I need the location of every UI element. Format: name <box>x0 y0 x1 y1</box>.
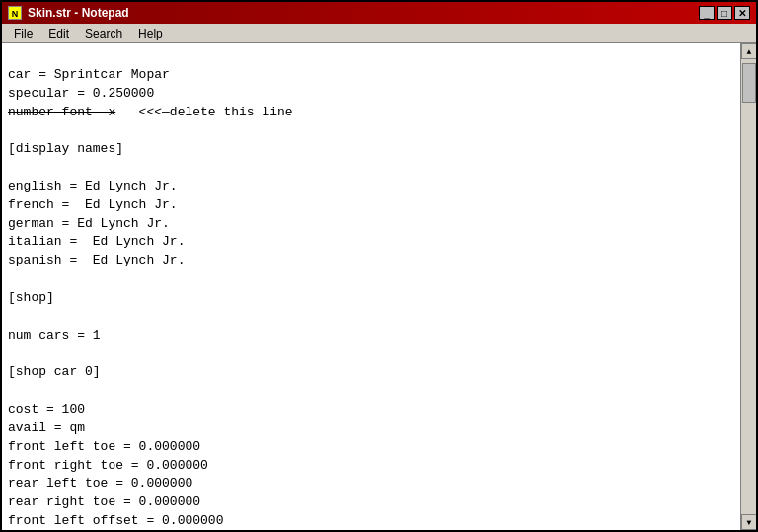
editor-area: car = Sprintcar Mopar specular = 0.25000… <box>2 43 756 530</box>
title-bar-text: N Skin.str - Notepad <box>8 6 129 20</box>
line-2: specular = 0.250000 <box>8 86 154 101</box>
line-17: [shop car 0] <box>8 364 101 379</box>
menu-file[interactable]: File <box>6 26 40 41</box>
close-button[interactable]: ✕ <box>734 6 750 20</box>
line-13: [shop] <box>8 290 54 305</box>
line-22: front right toe = 0.000000 <box>8 458 208 473</box>
maximize-button[interactable]: □ <box>717 6 732 20</box>
app-icon: N <box>8 6 22 20</box>
main-window: N Skin.str - Notepad _ □ ✕ File Edit Sea… <box>0 0 758 532</box>
line-21: front left toe = 0.000000 <box>8 439 200 454</box>
scroll-down-button[interactable]: ▼ <box>741 514 756 530</box>
scrollbar-track[interactable] <box>741 59 756 514</box>
scrollbar-thumb[interactable] <box>742 63 756 103</box>
line-5: [display names] <box>8 141 123 156</box>
line-15: num cars = 1 <box>8 328 101 342</box>
vertical-scrollbar[interactable]: ▲ ▼ <box>740 43 756 530</box>
line-7: english = Ed Lynch Jr. <box>8 179 178 193</box>
line-20: avail = qm <box>8 420 85 435</box>
line-24: rear right toe = 0.000000 <box>8 494 200 509</box>
title-bar: N Skin.str - Notepad _ □ ✕ <box>2 2 756 24</box>
line-3: number font –​x <<<—delete this line <box>8 105 293 119</box>
menu-help[interactable]: Help <box>130 26 171 41</box>
line-19: cost = 100 <box>8 402 85 417</box>
line-25: front left offset = 0.000000 <box>8 513 223 528</box>
scroll-up-button[interactable]: ▲ <box>741 43 756 59</box>
window-title: Skin.str - Notepad <box>28 6 129 20</box>
menu-edit[interactable]: Edit <box>40 26 77 41</box>
menu-bar: File Edit Search Help <box>2 24 756 43</box>
line-8: french = Ed Lynch Jr. <box>8 197 178 212</box>
minimize-button[interactable]: _ <box>699 6 715 20</box>
line-1: car = Sprintcar Mopar <box>8 67 170 82</box>
line-10: italian = Ed Lynch Jr. <box>8 234 185 249</box>
text-editor[interactable]: car = Sprintcar Mopar specular = 0.25000… <box>2 43 740 530</box>
line-11: spanish = Ed Lynch Jr. <box>8 253 185 267</box>
menu-search[interactable]: Search <box>77 26 130 41</box>
line-23: rear left toe = 0.000000 <box>8 476 192 491</box>
line-9: german = Ed Lynch Jr. <box>8 216 170 231</box>
title-buttons: _ □ ✕ <box>699 6 750 20</box>
